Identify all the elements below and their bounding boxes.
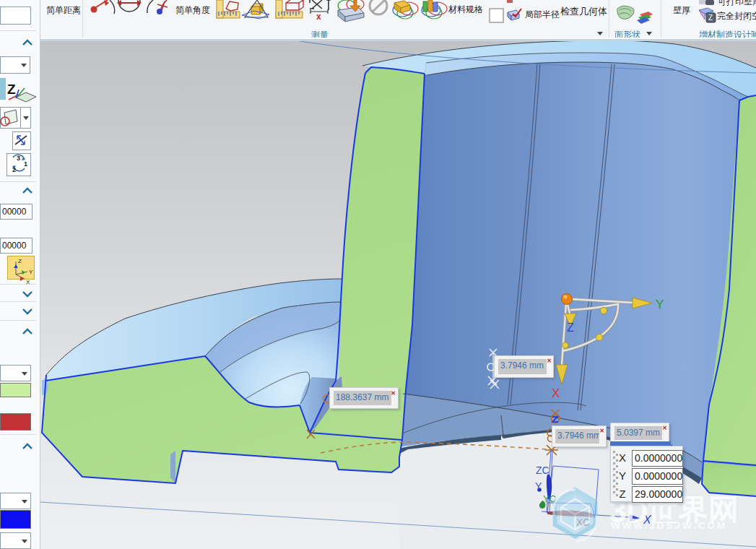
svg-text:Z: Z	[567, 321, 574, 334]
svg-text:Z: Z	[7, 82, 16, 97]
svg-text:Y: Y	[29, 269, 33, 275]
svg-text:1: 1	[24, 160, 27, 168]
svg-text:X: X	[552, 386, 560, 400]
svg-text:2: 2	[12, 166, 16, 173]
svg-text:3: 3	[17, 155, 20, 162]
svg-text:Z: Z	[708, 14, 713, 22]
svg-text:Y: Y	[656, 298, 664, 311]
svg-text:X: X	[26, 279, 30, 285]
svg-text:x: x	[316, 12, 321, 22]
svg-text:可打印壁厚间: 可打印壁厚间	[718, 0, 756, 7]
svg-text:Z: Z	[18, 258, 22, 264]
svg-text:ZC: ZC	[536, 464, 549, 476]
